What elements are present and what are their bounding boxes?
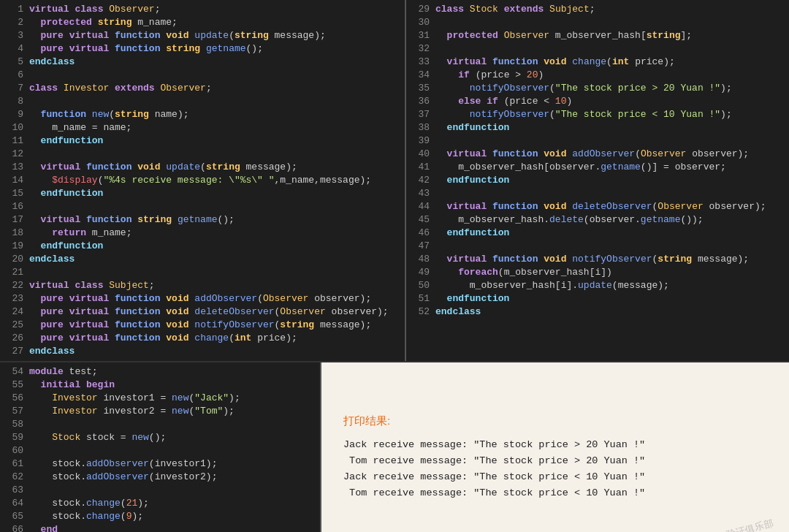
code-line-6: 6 (0, 69, 405, 82)
code-line-5: 5 endclass (0, 56, 405, 69)
code-line-24: 24 pure virtual function void deleteObse… (0, 305, 405, 319)
code-line-33: 33 virtual function void change(int pric… (406, 56, 789, 69)
code-line-56: 56 Investor investor1 = new("Jack"); (0, 392, 320, 405)
code-line-8: 8 (0, 95, 405, 108)
code-line-40: 40 virtual function void addObserver(Obs… (406, 148, 789, 161)
print-line-2: Tom receive message: "The stock price > … (343, 453, 767, 469)
code-line-11: 11 endfunction (0, 134, 405, 148)
code-line-62: 62 stock.addObserver(investor2); (0, 471, 320, 484)
code-line-29: 29 class Stock extends Subject; (406, 3, 789, 16)
code-line-13: 13 virtual function void update(string m… (0, 161, 405, 174)
code-line-4: 4 pure virtual function string getname()… (0, 42, 405, 56)
code-line-7: 7 class Investor extends Observer; (0, 82, 405, 95)
code-line-37: 37 notifyObserver("The stock price < 10 … (406, 108, 789, 121)
code-line-50: 50 m_observer_hash[i].update(message); (406, 279, 789, 292)
code-line-64: 64 stock.change(21); (0, 497, 320, 510)
code-line-31: 31 protected Observer m_observer_hash[st… (406, 29, 789, 42)
code-line-52: 52 endclass (406, 305, 789, 319)
code-line-9: 9 function new(string name); (0, 108, 405, 121)
code-line-26: 26 pure virtual function void change(int… (0, 332, 405, 345)
code-line-1: 1 virtual class Observer; (0, 3, 405, 16)
code-line-15: 15 endfunction (0, 187, 405, 200)
left-code-panel: 1 virtual class Observer; 2 protected st… (0, 0, 406, 361)
code-line-57: 57 Investor investor2 = new("Tom"); (0, 405, 320, 418)
code-line-3: 3 pure virtual function void update(stri… (0, 29, 405, 42)
code-line-35: 35 notifyObserver("The stock price > 20 … (406, 82, 789, 95)
code-line-44: 44 virtual function void deleteObserver(… (406, 200, 789, 213)
code-line-25: 25 pure virtual function void notifyObse… (0, 319, 405, 332)
print-line-3: Jack receive message: "The stock price <… (343, 469, 767, 485)
watermark: ©IC验证俱乐部 (710, 517, 775, 532)
code-line-36: 36 else if (price < 10) (406, 95, 789, 108)
code-line-54: 54 module test; (0, 365, 320, 379)
code-line-22: 22 virtual class Subject; (0, 279, 405, 292)
code-line-30: 30 (406, 16, 789, 29)
code-line-45: 45 m_observer_hash.delete(observer.getna… (406, 213, 789, 227)
code-line-34: 34 if (price > 20) (406, 69, 789, 82)
print-title: 打印结果: (343, 414, 767, 428)
print-output-panel: 打印结果: Jack receive message: "The stock p… (321, 362, 789, 532)
code-line-55: 55 initial begin (0, 379, 320, 392)
code-line-61: 61 stock.addObserver(investor1); (0, 457, 320, 471)
code-line-42: 42 endfunction (406, 174, 789, 187)
code-line-14: 14 $display("%4s receive message: \"%s\"… (0, 174, 405, 187)
code-line-17: 17 virtual function string getname(); (0, 213, 405, 227)
code-line-58: 58 (0, 418, 320, 431)
code-line-38: 38 endfunction (406, 121, 789, 134)
code-line-49: 49 foreach(m_observer_hash[i]) (406, 266, 789, 279)
code-line-20: 20 endclass (0, 253, 405, 266)
code-line-12: 12 (0, 148, 405, 161)
code-line-46: 46 endfunction (406, 227, 789, 240)
code-line-23: 23 pure virtual function void addObserve… (0, 292, 405, 305)
code-line-39: 39 (406, 134, 789, 148)
right-code-panel: 29 class Stock extends Subject; 30 31 pr… (406, 0, 789, 361)
bottom-left-code-panel: 54 module test; 55 initial begin 56 Inve… (0, 362, 321, 532)
code-line-60: 60 (0, 444, 320, 457)
code-line-16: 16 (0, 200, 405, 213)
print-output-text: Jack receive message: "The stock price >… (343, 437, 767, 501)
print-line-4: Tom receive message: "The stock price < … (343, 485, 767, 501)
print-line-1: Jack receive message: "The stock price >… (343, 437, 767, 453)
code-line-21: 21 (0, 266, 405, 279)
code-line-66: 66 end (0, 523, 320, 532)
code-line-19: 19 endfunction (0, 240, 405, 253)
code-line-63: 63 (0, 484, 320, 497)
code-line-59: 59 Stock stock = new(); (0, 431, 320, 444)
code-line-10: 10 m_name = name; (0, 121, 405, 134)
code-line-41: 41 m_observer_hash[observer.getname()] =… (406, 161, 789, 174)
code-line-47: 47 (406, 240, 789, 253)
code-line-43: 43 (406, 187, 789, 200)
code-line-48: 48 virtual function void notifyObserver(… (406, 253, 789, 266)
code-line-65: 65 stock.change(9); (0, 510, 320, 523)
code-line-51: 51 endfunction (406, 292, 789, 305)
code-line-27: 27 endclass (0, 345, 405, 358)
code-line-18: 18 return m_name; (0, 227, 405, 240)
code-line-2: 2 protected string m_name; (0, 16, 405, 29)
code-line-32: 32 (406, 42, 789, 56)
